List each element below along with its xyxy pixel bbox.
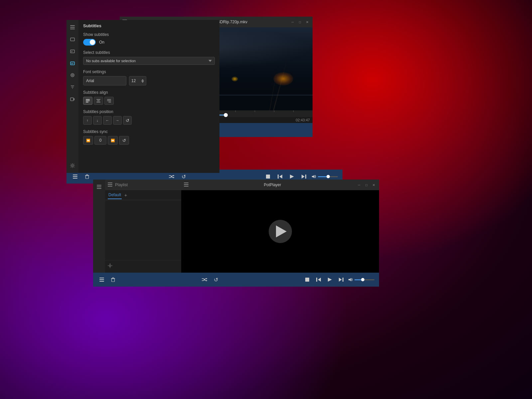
svg-rect-41	[86, 174, 88, 175]
pos-right-btn[interactable]: →	[113, 116, 122, 125]
svg-rect-61	[184, 186, 189, 187]
maximize-button[interactable]: □	[297, 19, 303, 25]
svg-rect-1	[70, 27, 75, 28]
align-left-btn[interactable]	[83, 97, 92, 105]
sync-forward-btn[interactable]: ⏩	[108, 136, 118, 145]
align-center-btn[interactable]	[94, 97, 103, 105]
svg-rect-67	[112, 279, 115, 282]
playlist-list-area	[105, 200, 181, 260]
tick-mark	[274, 110, 274, 112]
svg-marker-43	[173, 175, 174, 176]
second-volume-control[interactable]	[348, 278, 374, 282]
top-bar-volume[interactable]	[312, 175, 338, 179]
second-window: Playlist Default +	[93, 180, 379, 287]
show-subtitles-row: Show subtitles On	[83, 32, 215, 46]
playlist-sidebar-list-icon[interactable]	[94, 182, 104, 192]
align-right-btn[interactable]	[104, 97, 114, 105]
sync-value-display: 0	[94, 136, 106, 145]
second-list-btn[interactable]	[98, 276, 106, 284]
sidebar-icon-captions[interactable]	[68, 47, 77, 56]
second-next-btn[interactable]	[337, 276, 345, 284]
svg-rect-57	[108, 186, 112, 187]
playlist-content: Playlist Default +	[105, 180, 181, 273]
top-bar-volume-thumb[interactable]	[327, 175, 330, 178]
second-delete-btn[interactable]	[109, 276, 117, 284]
subtitles-align-label: Subtitles align	[83, 90, 215, 95]
sidebar-icon-audio[interactable]	[68, 70, 77, 80]
potplayer-titlebar: PotPlayer ─ □ ✕	[181, 180, 379, 190]
playlist-add-tab-btn[interactable]: +	[124, 193, 127, 198]
potplayer-menu-icon[interactable]	[184, 182, 189, 188]
subtitles-dropdown-value: No subs available for selection	[86, 59, 136, 63]
pos-up-btn[interactable]: ↑	[83, 116, 92, 125]
play-button-large[interactable]	[269, 220, 292, 243]
svg-marker-73	[328, 278, 332, 282]
pos-left-btn[interactable]: ←	[103, 116, 112, 125]
potplayer-video-area[interactable]	[181, 190, 379, 273]
top-bar-list-btn[interactable]	[71, 173, 79, 181]
svg-rect-54	[97, 188, 101, 189]
show-subtitles-label: Show subtitles	[83, 32, 215, 37]
select-subtitles-label: Select subtitles	[83, 50, 215, 55]
svg-rect-15	[70, 98, 73, 101]
svg-marker-48	[290, 175, 294, 179]
subtitles-content-panel: Subtitles Show subtitles On Select subti…	[78, 20, 219, 173]
second-vol-thumb[interactable]	[361, 278, 364, 281]
glow-center	[231, 76, 238, 81]
svg-rect-56	[108, 184, 112, 185]
sidebar-icon-menu[interactable]	[68, 23, 77, 32]
svg-rect-39	[73, 178, 77, 179]
toggle-state-label: On	[99, 40, 104, 45]
second-shuffle-btn[interactable]	[200, 276, 208, 284]
second-stop-btn[interactable]	[303, 276, 311, 284]
top-bar-delete-btn[interactable]	[83, 173, 91, 181]
sync-reset-btn[interactable]: ↺	[119, 136, 129, 145]
progress-handle[interactable]	[224, 113, 228, 117]
potplayer-window-controls: ─ □ ✕	[356, 182, 376, 188]
potplayer-close-btn[interactable]: ✕	[371, 182, 376, 188]
close-button[interactable]: ✕	[305, 19, 310, 25]
playlist-tab-default[interactable]: Default	[108, 191, 122, 199]
svg-rect-59	[184, 183, 189, 183]
subtitles-dropdown[interactable]: No subs available for selection	[83, 57, 215, 65]
subtitles-toggle[interactable]	[83, 39, 96, 46]
svg-rect-0	[70, 25, 75, 26]
svg-rect-72	[316, 278, 317, 282]
select-subtitles-row: Select subtitles No subs available for s…	[83, 50, 215, 65]
pos-reset-btn[interactable]: ↺	[123, 116, 132, 125]
svg-rect-18	[86, 100, 90, 101]
svg-rect-47	[278, 175, 279, 179]
font-name-input[interactable]	[83, 76, 126, 85]
playlist-settings-icon[interactable]	[108, 263, 112, 269]
sidebar-icon-screen[interactable]	[68, 35, 77, 44]
svg-rect-63	[99, 279, 104, 280]
sidebar-icon-settings[interactable]	[68, 161, 77, 170]
potplayer-maximize-btn[interactable]: □	[364, 182, 369, 188]
sidebar-icon-filters[interactable]	[68, 82, 77, 92]
svg-rect-2	[70, 29, 75, 29]
left-sidebar	[66, 20, 78, 173]
sidebar-icon-video[interactable]	[68, 94, 77, 104]
svg-point-16	[72, 165, 73, 167]
potplayer-minimize-btn[interactable]: ─	[356, 182, 362, 188]
second-repeat-btn[interactable]: ↺	[212, 276, 220, 284]
second-prev-btn[interactable]	[315, 276, 323, 284]
svg-rect-24	[107, 100, 111, 101]
font-size-spinner[interactable]: 12	[129, 76, 146, 85]
svg-marker-49	[302, 175, 305, 179]
svg-marker-71	[318, 278, 321, 282]
font-settings-row: Font settings 12	[83, 69, 215, 85]
svg-rect-64	[99, 281, 104, 282]
subtitles-sync-label: Subtitles sync	[83, 129, 215, 134]
playlist-menu-icon[interactable]	[108, 182, 112, 188]
top-bar-volume-fill	[318, 176, 327, 177]
svg-rect-37	[73, 175, 77, 175]
svg-rect-60	[184, 184, 189, 185]
second-play-btn[interactable]	[326, 276, 334, 284]
minimize-button[interactable]: ─	[290, 19, 295, 25]
playlist-footer	[105, 260, 181, 272]
pos-down-btn[interactable]: ↓	[93, 116, 102, 125]
sidebar-icon-subtitles[interactable]	[68, 59, 77, 68]
sync-rewind-btn[interactable]: ⏪	[83, 136, 93, 145]
play-triangle-icon	[276, 225, 287, 237]
